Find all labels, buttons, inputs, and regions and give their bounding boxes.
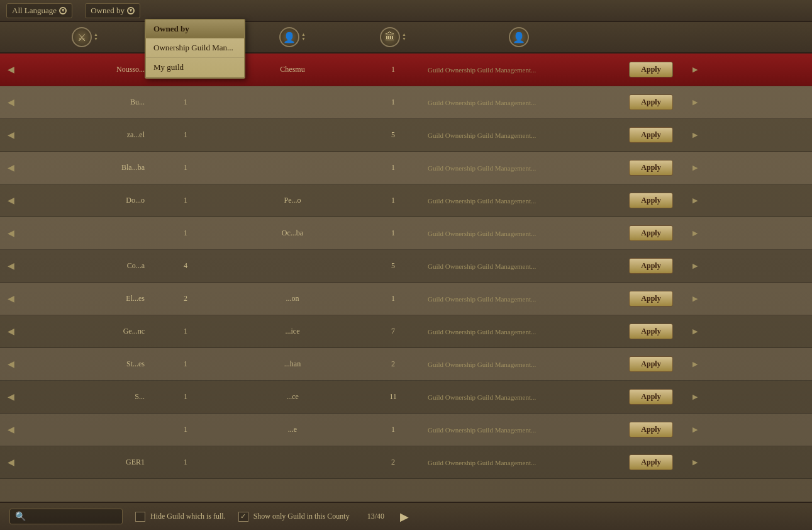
cell-name: GER1 — [22, 458, 148, 467]
dropdown-item-myguild[interactable]: My guild — [146, 58, 244, 77]
cell-apply: Apply — [613, 225, 689, 241]
hide-guild-full-checkbox[interactable] — [135, 512, 145, 522]
cell-name: Bla...ba — [22, 163, 148, 172]
cell-num2: 1 — [362, 294, 425, 303]
apply-button[interactable]: Apply — [629, 324, 672, 339]
cell-guild: Guild Ownership Guild Management... — [425, 132, 613, 139]
apply-button[interactable]: Apply — [629, 127, 672, 143]
row-left-icon: ◀ — [0, 97, 22, 108]
row-right-icon: ▶ — [689, 196, 701, 205]
main-container: All Language ▼ Owned by ▼ Owned by Owner… — [0, 0, 812, 530]
dropdown-title: Owned by — [146, 20, 244, 38]
search-icon: 🔍 — [15, 511, 26, 522]
show-only-county-label: Show only Guild in this County — [253, 512, 350, 521]
sort-down-3[interactable]: ▼ — [301, 37, 306, 42]
table-row[interactable]: ◀ Bla...ba 1 1 Guild Ownership Guild Man… — [0, 152, 812, 184]
cell-apply: Apply — [613, 258, 689, 274]
apply-button[interactable]: Apply — [629, 225, 672, 241]
row-right-icon: ▶ — [689, 360, 701, 368]
cell-name: Do...o — [22, 196, 148, 205]
cell-num1: 2 — [148, 294, 223, 303]
search-input[interactable] — [30, 512, 118, 521]
cell-num1: 4 — [148, 261, 223, 271]
table-row[interactable]: ◀ GER1 1 2 Guild Ownership Guild Managem… — [0, 446, 812, 479]
owned-by-arrow: ▼ — [127, 7, 135, 14]
cell-apply: Apply — [613, 193, 689, 208]
cell-name2: ...han — [223, 359, 362, 369]
cell-name2: ...e — [223, 425, 362, 434]
table-row[interactable]: ◀ Bu... 1 1 Guild Ownership Guild Manage… — [0, 86, 812, 119]
cell-name: S... — [22, 392, 148, 402]
row-right-icon: ▶ — [689, 262, 701, 270]
header-name-col: ⚔ ▲ ▼ — [22, 27, 148, 47]
table-row[interactable]: ◀ 1 ...e 1 Guild Ownership Guild Managem… — [0, 414, 812, 446]
cell-apply: Apply — [613, 324, 689, 339]
cell-name2: Pe...o — [223, 196, 362, 205]
table-row[interactable]: ◀ Nousso... 1 Chesmu 1 Guild Ownership G… — [0, 54, 812, 86]
owned-by-menu: Owned by Ownership Guild Man... My guild — [145, 19, 245, 79]
cell-num2: 2 — [362, 458, 425, 467]
show-only-county-checkbox-item[interactable]: Show only Guild in this County — [238, 512, 350, 522]
sort-arrows-1[interactable]: ▲ ▼ — [94, 33, 98, 42]
owned-by-label: Owned by — [91, 6, 125, 16]
sort-down-4[interactable]: ▼ — [402, 37, 406, 42]
table-row[interactable]: ◀ S... 1 ...ce 11 Guild Ownership Guild … — [0, 381, 812, 414]
sort-arrows-3[interactable]: ▲ ▼ — [301, 33, 306, 42]
apply-button[interactable]: Apply — [629, 94, 672, 110]
cell-guild: Guild Ownership Guild Management... — [425, 328, 613, 335]
hide-guild-full-checkbox-item[interactable]: Hide Guild which is full. — [135, 512, 226, 522]
row-right-icon: ▶ — [689, 229, 701, 237]
row-left-icon: ◀ — [0, 326, 22, 337]
apply-button[interactable]: Apply — [629, 291, 672, 307]
cell-name: El...es — [22, 294, 148, 303]
apply-button[interactable]: Apply — [629, 62, 672, 77]
row-left-icon: ◀ — [0, 261, 22, 271]
cell-guild: Guild Ownership Guild Management... — [425, 262, 613, 270]
table-row[interactable]: ◀ El...es 2 ...on 1 Guild Ownership Guil… — [0, 283, 812, 315]
row-right-icon: ▶ — [689, 65, 701, 74]
apply-button[interactable]: Apply — [629, 160, 672, 176]
row-left-icon: ◀ — [0, 293, 22, 304]
cell-name: Bu... — [22, 98, 148, 107]
apply-button[interactable]: Apply — [629, 389, 672, 405]
hide-guild-full-label: Hide Guild which is full. — [150, 512, 226, 521]
table-row[interactable]: ◀ St...es 1 ...han 2 Guild Ownership Gui… — [0, 348, 812, 381]
cell-apply: Apply — [613, 422, 689, 437]
cell-num1: 1 — [148, 425, 223, 434]
row-left-icon: ◀ — [0, 195, 22, 206]
language-filter-dropdown[interactable]: All Language ▼ — [6, 3, 72, 18]
apply-button[interactable]: Apply — [629, 454, 672, 470]
next-page-arrow[interactable]: ▶ — [397, 510, 412, 524]
sort-down-1[interactable]: ▼ — [94, 37, 98, 42]
table-row[interactable]: ◀ Do...o 1 Pe...o 1 Guild Ownership Guil… — [0, 184, 812, 217]
cell-guild: Guild Ownership Guild Management... — [425, 230, 613, 237]
row-right-icon: ▶ — [689, 426, 701, 434]
cell-num2: 1 — [362, 425, 425, 434]
sort-arrows-4[interactable]: ▲ ▼ — [402, 33, 406, 42]
page-info: 13/40 — [367, 512, 384, 521]
cell-num2: 1 — [362, 163, 425, 172]
table-row[interactable]: ◀ 1 Oc...ba 1 Guild Ownership Guild Mana… — [0, 217, 812, 250]
apply-button[interactable]: Apply — [629, 422, 672, 437]
show-only-county-checkbox[interactable] — [238, 512, 248, 522]
cell-num1: 1 — [148, 228, 223, 238]
cell-num1: 1 — [148, 130, 223, 140]
apply-button[interactable]: Apply — [629, 356, 672, 372]
owned-by-dropdown[interactable]: Owned by ▼ — [85, 3, 140, 18]
row-left-icon: ◀ — [0, 392, 22, 402]
row-right-icon: ▶ — [689, 164, 701, 172]
apply-button[interactable]: Apply — [629, 193, 672, 208]
cell-num2: 7 — [362, 327, 425, 336]
table-row[interactable]: ◀ za...el 1 5 Guild Ownership Guild Mana… — [0, 119, 812, 152]
cell-guild: Guild Ownership Guild Management... — [425, 66, 613, 74]
dropdown-item-ownership[interactable]: Ownership Guild Man... — [146, 38, 244, 58]
cell-name: St...es — [22, 359, 148, 369]
header-icon-3: 👤 — [279, 27, 299, 47]
apply-button[interactable]: Apply — [629, 258, 672, 274]
column-headers: ⚔ ▲ ▼ ⚔ ▲ ▼ 👤 ▲ ▼ 🏛 ▲ ▼ — [0, 22, 812, 54]
row-left-icon: ◀ — [0, 228, 22, 239]
table-row[interactable]: ◀ Co...a 4 5 Guild Ownership Guild Manag… — [0, 250, 812, 283]
cell-apply: Apply — [613, 389, 689, 405]
table-row[interactable]: ◀ Ge...nc 1 ...ice 7 Guild Ownership Gui… — [0, 315, 812, 348]
header-guild-col: 👤 — [425, 27, 613, 47]
